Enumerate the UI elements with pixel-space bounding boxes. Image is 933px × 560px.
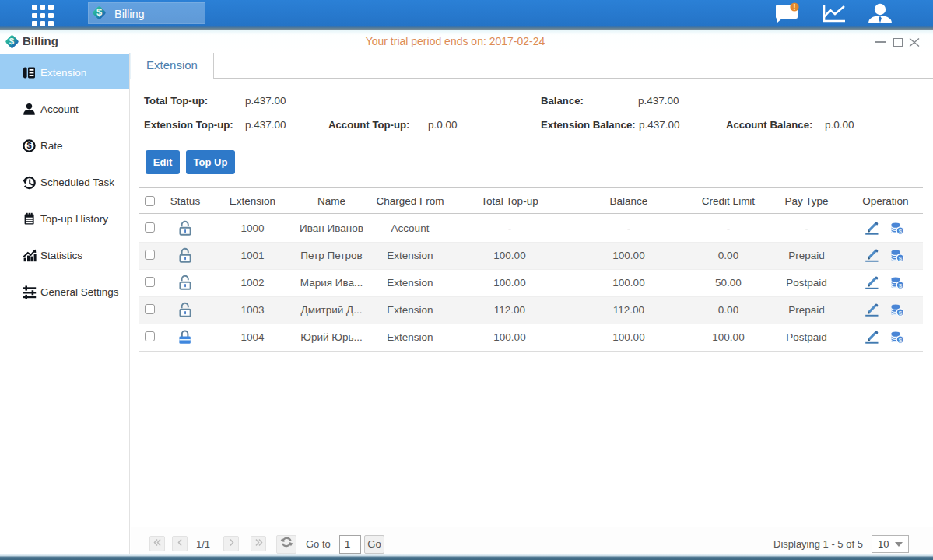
svg-text:$: $ — [899, 255, 903, 262]
svg-text:!: ! — [793, 3, 795, 12]
svg-text:$: $ — [899, 228, 903, 235]
svg-text:$: $ — [26, 141, 31, 150]
svg-text:$: $ — [899, 337, 903, 344]
svg-text:$: $ — [899, 310, 903, 317]
svg-text:$: $ — [899, 282, 903, 289]
